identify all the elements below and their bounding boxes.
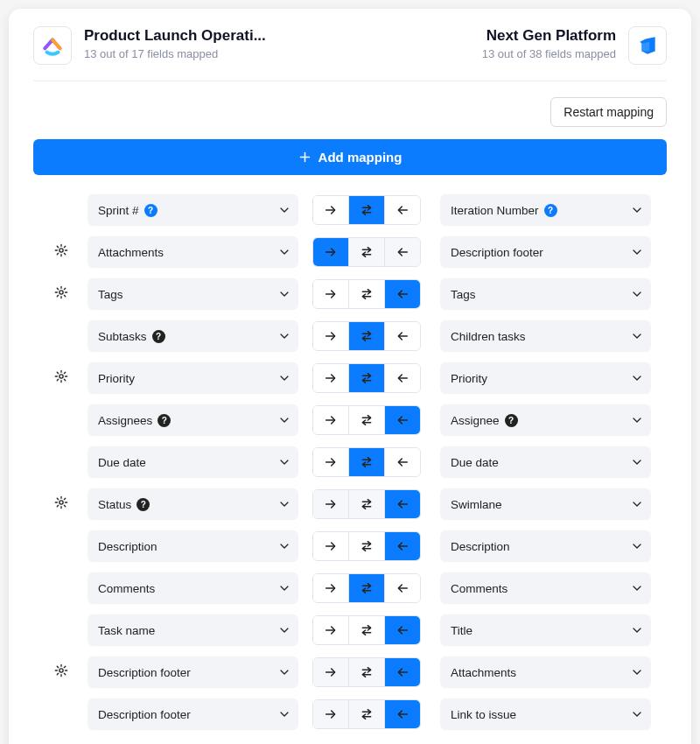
gear-icon[interactable]	[54, 495, 68, 513]
gear-icon[interactable]	[54, 663, 68, 681]
direction-toggle	[312, 615, 421, 645]
direction-right-button[interactable]	[313, 448, 348, 476]
field-label: Attachments	[98, 246, 164, 259]
direction-left-button[interactable]	[384, 406, 420, 434]
field-select-right[interactable]: Due date	[440, 446, 651, 478]
info-icon: ?	[136, 498, 150, 511]
arrow-right-icon	[324, 623, 338, 637]
field-select-left[interactable]: Description footer	[88, 698, 298, 730]
gear-icon[interactable]	[54, 285, 68, 303]
direction-right-button	[313, 490, 348, 518]
direction-left-button[interactable]	[384, 322, 420, 350]
field-label: Iteration Number?	[451, 204, 557, 217]
arrow-left-icon	[396, 413, 410, 427]
field-select-left[interactable]: Attachments	[88, 236, 298, 268]
field-label: Title	[451, 624, 472, 637]
direction-right-button[interactable]	[313, 322, 348, 350]
field-select-right[interactable]: Description footer	[440, 236, 651, 268]
arrow-both-icon	[360, 707, 374, 721]
field-select-left[interactable]: Description footer	[88, 656, 298, 688]
chevron-down-icon	[632, 247, 642, 257]
direction-right-button[interactable]	[313, 280, 348, 308]
field-select-left[interactable]: Sprint #?	[88, 194, 298, 226]
arrow-right-icon	[324, 497, 338, 511]
direction-right-button[interactable]	[313, 532, 348, 560]
direction-both-button[interactable]	[348, 574, 384, 602]
direction-both-button[interactable]	[348, 448, 384, 476]
mapping-row: Description footer Link to issue	[33, 698, 667, 730]
field-label: Status?	[98, 498, 150, 511]
field-select-left[interactable]: Due date	[88, 446, 298, 478]
direction-right-button[interactable]	[313, 574, 348, 602]
direction-both-button[interactable]	[348, 196, 384, 224]
direction-left-button[interactable]	[384, 364, 420, 392]
direction-left-button[interactable]	[384, 574, 420, 602]
field-label: Attachments	[451, 666, 516, 679]
direction-right-button[interactable]	[313, 364, 348, 392]
field-select-left[interactable]: Description	[88, 530, 298, 562]
direction-left-button[interactable]	[384, 532, 420, 560]
field-select-right[interactable]: Priority	[440, 362, 651, 394]
chevron-down-icon	[632, 709, 642, 719]
direction-right-button[interactable]	[313, 616, 348, 644]
field-select-right[interactable]: Attachments	[440, 656, 651, 688]
direction-left-button[interactable]	[384, 700, 420, 728]
gear-icon-svg	[54, 369, 68, 383]
direction-left-button[interactable]	[384, 448, 420, 476]
field-select-right[interactable]: Assignee?	[440, 404, 651, 436]
arrow-both-icon	[360, 497, 374, 511]
field-select-left[interactable]: Comments	[88, 572, 298, 604]
direction-both-button[interactable]	[348, 532, 384, 560]
field-select-right[interactable]: Children tasks	[440, 320, 651, 352]
gear-icon[interactable]	[54, 369, 68, 387]
direction-both-button[interactable]	[348, 364, 384, 392]
direction-toggle	[312, 699, 421, 729]
field-select-right[interactable]: Description	[440, 530, 651, 562]
direction-right-button[interactable]	[313, 406, 348, 434]
arrow-both-icon	[360, 245, 374, 259]
direction-left-button[interactable]	[384, 196, 420, 224]
arrow-right-icon	[324, 707, 338, 721]
arrow-right-icon	[324, 203, 338, 217]
direction-right-button[interactable]	[313, 196, 348, 224]
chevron-down-icon	[632, 373, 642, 383]
chevron-down-icon	[632, 205, 642, 215]
gear-icon[interactable]	[54, 243, 68, 261]
direction-left-button[interactable]	[384, 616, 420, 644]
gear-slot	[49, 369, 74, 387]
field-select-left[interactable]: Assignees?	[88, 404, 298, 436]
arrow-left-icon	[396, 497, 410, 511]
field-select-left[interactable]: Tags	[88, 278, 298, 310]
field-select-right[interactable]: Title	[440, 614, 651, 646]
field-select-right[interactable]: Tags	[440, 278, 651, 310]
restart-mapping-button[interactable]: Restart mapping	[550, 97, 667, 127]
direction-both-button[interactable]	[348, 406, 384, 434]
direction-right-button[interactable]	[313, 238, 348, 266]
chevron-down-icon	[279, 331, 290, 341]
arrow-left-icon	[396, 371, 410, 385]
field-select-right[interactable]: Swimlane	[440, 488, 651, 520]
field-select-right[interactable]: Comments	[440, 572, 651, 604]
field-select-left[interactable]: Status?	[88, 488, 298, 520]
mapping-row: Description footer Attachments	[33, 656, 667, 688]
direction-left-button[interactable]	[384, 280, 420, 308]
direction-left-button[interactable]	[384, 658, 420, 686]
field-select-right[interactable]: Iteration Number?	[440, 194, 651, 226]
field-select-left[interactable]: Priority	[88, 362, 298, 394]
direction-left-button[interactable]	[384, 490, 420, 518]
field-select-right[interactable]: Link to issue	[440, 698, 651, 730]
gear-slot	[49, 663, 74, 681]
chevron-down-icon	[632, 541, 642, 551]
add-mapping-label: Add mapping	[318, 150, 402, 165]
header-right: Next Gen Platform 13 out of 38 fields ma…	[482, 26, 667, 65]
field-select-left[interactable]: Subtasks?	[88, 320, 298, 352]
field-label: Children tasks	[451, 330, 526, 343]
direction-both-button[interactable]	[348, 280, 384, 308]
direction-both-button[interactable]	[348, 616, 384, 644]
chevron-down-icon	[279, 499, 290, 509]
toolbar: Restart mapping	[33, 97, 667, 127]
mapping-row: Task name Title	[33, 614, 667, 646]
direction-both-button[interactable]	[348, 322, 384, 350]
field-select-left[interactable]: Task name	[88, 614, 298, 646]
add-mapping-button[interactable]: Add mapping	[33, 139, 667, 175]
